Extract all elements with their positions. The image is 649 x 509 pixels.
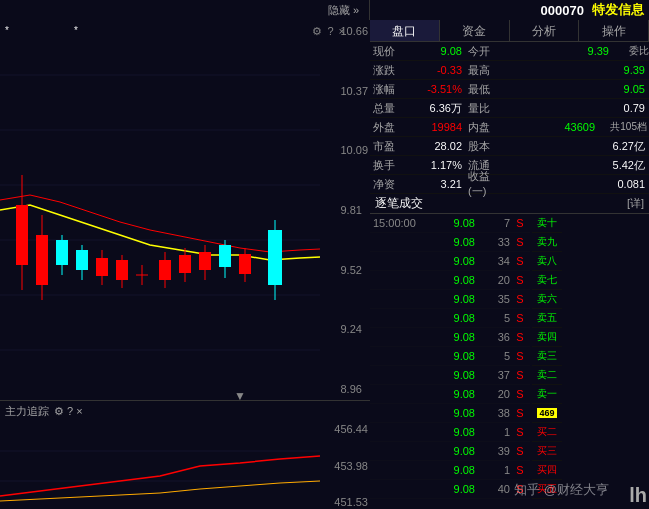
trade-row: 9.08 5 S	[370, 347, 530, 366]
trade-vol: 37	[475, 369, 510, 381]
trade-row: 9.08 20 S	[370, 271, 530, 290]
main-chart: 10.66 10.37 10.09 9.81 9.52 9.24 8.96 * …	[0, 20, 370, 400]
trade-type: S	[510, 388, 530, 400]
hs-val: 1.17%	[406, 159, 466, 171]
main-force-label: 主力追踪	[5, 404, 49, 419]
trade-type: S	[510, 217, 530, 229]
svg-rect-23	[179, 255, 191, 273]
svg-rect-9	[36, 235, 48, 285]
tab-caozuo[interactable]: 操作	[579, 20, 649, 41]
badge-469: 469	[537, 408, 556, 418]
trade-detail-link[interactable]: [详]	[627, 196, 644, 211]
trade-type: S	[510, 236, 530, 248]
sy2-label: 收益(一)	[466, 169, 494, 199]
trade-area: 15:00:00 9.08 7 S 9.08 33 S 9.08 34 S 9.…	[370, 214, 649, 499]
trade-type: S	[510, 426, 530, 438]
tab-zijin[interactable]: 资金	[440, 20, 510, 41]
bottom-close-icon[interactable]: ×	[76, 405, 82, 417]
buy-1: 买二	[532, 423, 562, 442]
np-label: 内盘	[466, 120, 494, 135]
bottom-gear-icon[interactable]: ⚙	[54, 405, 64, 418]
lb-label: 量比	[466, 101, 494, 116]
info-row-zf: 涨幅 -3.51% 最低 9.05	[370, 80, 649, 99]
sell-10: 卖十	[532, 214, 562, 233]
trade-type: S	[510, 255, 530, 267]
trade-type: S	[510, 293, 530, 305]
trade-vol: 20	[475, 388, 510, 400]
jk-val: 9.39	[494, 45, 613, 57]
trade-price: 9.08	[430, 388, 475, 400]
hide-button[interactable]: 隐藏 »	[328, 3, 359, 18]
trade-row: 9.08 34 S	[370, 252, 530, 271]
info-row-sy: 市盈 28.02 股本 6.27亿	[370, 137, 649, 156]
trade-type: S	[510, 407, 530, 419]
sell-3: 卖三	[532, 347, 562, 366]
trade-row: 9.08 20 S	[370, 385, 530, 404]
sy-val: 28.02	[406, 140, 466, 152]
tab-fenxi[interactable]: 分析	[510, 20, 580, 41]
trade-price: 9.08	[430, 483, 475, 495]
trade-title-text: 逐笔成交	[375, 195, 423, 212]
trade-price: 9.08	[430, 407, 475, 419]
bottom-chart-bar: 主力追踪 ⚙ ? ×	[0, 401, 370, 421]
bottom-corner-text: lh	[627, 482, 649, 509]
xj-val: 9.08	[406, 45, 466, 57]
trade-price: 9.08	[430, 350, 475, 362]
right-panel: 000070 特发信息 盘口 资金 分析 操作 现价 9.08 今开 9.39 …	[370, 0, 649, 509]
svg-rect-13	[76, 250, 88, 270]
total-档: 共105档	[599, 120, 649, 134]
lb-val: 0.79	[494, 102, 649, 114]
stock-title: 000070 特发信息	[370, 0, 649, 20]
trade-price: 9.08	[430, 217, 475, 229]
xj-label: 现价	[370, 44, 406, 59]
trade-row: 9.08 35 S	[370, 290, 530, 309]
sell-2: 卖二	[532, 366, 562, 385]
sell-6: 卖六	[532, 290, 562, 309]
trade-price: 9.08	[430, 331, 475, 343]
left-panel: 隐藏 » 10.66 10.37 10.09 9.81 9.52 9.24 8.…	[0, 0, 370, 509]
trade-row: 9.08 33 S	[370, 233, 530, 252]
trade-vol: 34	[475, 255, 510, 267]
trade-price: 9.08	[430, 464, 475, 476]
svg-rect-17	[116, 260, 128, 280]
close-icon[interactable]: ×	[339, 25, 345, 38]
help-icon[interactable]: ?	[327, 25, 333, 38]
sell-9: 卖九	[532, 233, 562, 252]
trade-section-title: 逐笔成交 [详]	[370, 194, 649, 214]
sy-label: 市盈	[370, 139, 406, 154]
trade-type: S	[510, 445, 530, 457]
candlestick-chart: ▼	[0, 20, 320, 400]
info-row-zd: 涨跌 -0.33 最高 9.39	[370, 61, 649, 80]
hs-label: 换手	[370, 158, 406, 173]
bottom-chart-canvas: 456.44 453.98 451.53	[0, 421, 370, 509]
trade-price: 9.08	[430, 255, 475, 267]
trade-price: 9.08	[430, 293, 475, 305]
svg-text:▼: ▼	[234, 389, 246, 400]
zd2-val: 9.05	[494, 83, 649, 95]
tab-pankou[interactable]: 盘口	[370, 20, 440, 41]
trade-type: S	[510, 331, 530, 343]
trade-type: S	[510, 464, 530, 476]
bottom-chart: 主力追踪 ⚙ ? × 456.44 453.98 451.53	[0, 400, 370, 509]
zg-label: 最高	[466, 63, 494, 78]
info-row-wp: 外盘 19984 内盘 43609 共105档	[370, 118, 649, 137]
trade-price: 9.08	[430, 369, 475, 381]
wp-label: 外盘	[370, 120, 406, 135]
np-val: 43609	[494, 121, 599, 133]
stock-name: 特发信息	[592, 1, 644, 19]
svg-rect-27	[219, 245, 231, 267]
sy2-val: 0.081	[494, 178, 649, 190]
zg-val: 9.39	[494, 64, 649, 76]
price-labels: 10.66 10.37 10.09 9.81 9.52 9.24 8.96	[340, 20, 368, 400]
trade-type: S	[510, 274, 530, 286]
info-grid: 现价 9.08 今开 9.39 委比 涨跌 -0.33 最高 9.39 涨幅 -…	[370, 42, 649, 194]
zf-val: -3.51%	[406, 83, 466, 95]
watermark: 知乎 @财经大亨	[514, 481, 609, 499]
gb-val: 6.27亿	[494, 139, 649, 154]
trade-price: 9.08	[430, 312, 475, 324]
wp-val: 19984	[406, 121, 466, 133]
webi-label-inline: 委比	[613, 44, 649, 58]
bottom-help-icon[interactable]: ?	[67, 405, 73, 417]
trade-vol: 38	[475, 407, 510, 419]
trade-row: 9.08 36 S	[370, 328, 530, 347]
